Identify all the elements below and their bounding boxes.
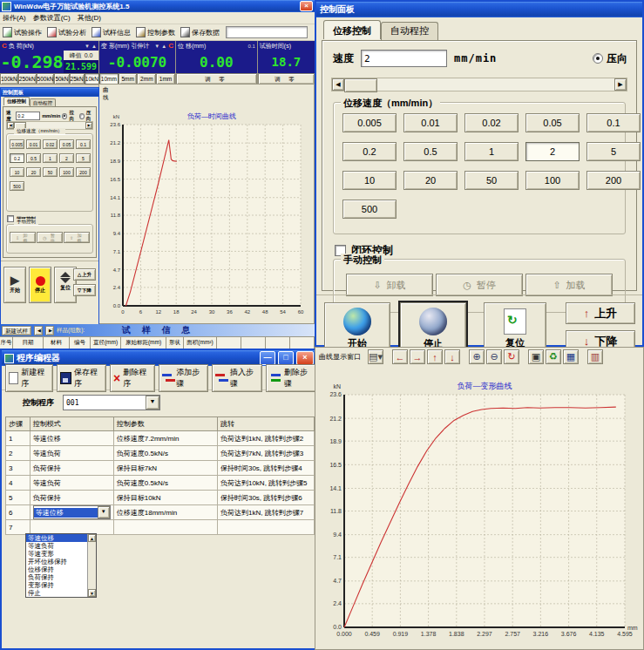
refresh-icon[interactable]: C: [2, 42, 7, 50]
dropdown-option[interactable]: 等速变形: [26, 550, 87, 558]
insert-step-button[interactable]: 插入步骤: [212, 364, 262, 392]
redraw-icon[interactable]: ♻: [546, 349, 561, 364]
speed-1-button[interactable]: 1: [43, 153, 58, 163]
refresh-icon[interactable]: C: [168, 42, 173, 50]
dropdown-option[interactable]: 等速位移: [26, 534, 87, 542]
mode-cell[interactable]: 等速位移: [30, 431, 113, 446]
speed-2-button[interactable]: 2: [525, 142, 580, 161]
load-button[interactable]: ⇧加载: [64, 232, 90, 243]
program-select-combobox[interactable]: 001 ▼: [63, 395, 160, 410]
direction-radio[interactable]: [593, 53, 603, 64]
scroll-left-icon[interactable]: ◀: [7, 122, 14, 129]
speed-10-button[interactable]: 10: [342, 171, 397, 190]
speed-50-button[interactable]: 50: [43, 167, 58, 177]
speed-100-button[interactable]: 100: [59, 167, 74, 177]
peak-up-icon[interactable]: ▲: [161, 44, 166, 49]
speed-100-button[interactable]: 100: [525, 171, 580, 190]
mini-down-button[interactable]: ▽ 下降: [73, 284, 96, 296]
next-specimen-icon[interactable]: ▶: [45, 326, 54, 335]
scroll-thumb[interactable]: [344, 78, 377, 92]
unload-button[interactable]: ⇩卸载: [346, 274, 433, 296]
peak-down-icon[interactable]: ▼: [154, 44, 159, 49]
dropdown-option[interactable]: 变形保持: [26, 581, 87, 589]
mode-cell[interactable]: 负荷保持: [30, 491, 113, 505]
speed-500-button[interactable]: 500: [10, 181, 24, 191]
speed-200-button[interactable]: 200: [586, 171, 641, 190]
tab-displacement-control[interactable]: 位移控制: [323, 20, 381, 39]
dropdown-option[interactable]: 等速负荷: [26, 542, 87, 550]
range-button-250kN[interactable]: 250kN: [18, 73, 37, 85]
scroll-down-icon[interactable]: ▼: [88, 589, 96, 597]
speed-10-button[interactable]: 10: [10, 167, 24, 177]
scroll-right-icon[interactable]: ▶: [614, 78, 627, 91]
menu-item[interactable]: 参数设置(C): [33, 13, 71, 23]
chart-mode-dropdown[interactable]: ▤▾: [368, 349, 383, 364]
mini-direction-press-radio[interactable]: [79, 113, 85, 119]
speed-0.2-button[interactable]: 0.2: [342, 142, 397, 161]
delete-program-button[interactable]: ×删除程序: [110, 364, 155, 392]
control-mode-combobox[interactable]: 等速位移▼: [33, 505, 111, 519]
speed-20-button[interactable]: 20: [403, 171, 458, 190]
toolbar-item[interactable]: 控制参数: [136, 27, 175, 37]
range-button-50kN[interactable]: 50kN: [54, 73, 69, 85]
scroll-right-icon[interactable]: ▶: [85, 122, 92, 129]
mode-cell[interactable]: 负荷保持: [30, 461, 113, 476]
chevron-down-icon[interactable]: ▼: [146, 396, 159, 410]
zoom-out-icon[interactable]: ⊖: [486, 349, 502, 364]
mini-closed-loop-checkbox[interactable]: [7, 215, 14, 222]
mini-speed-input[interactable]: [16, 112, 40, 120]
mini-up-button[interactable]: △ 上升: [73, 268, 96, 281]
mode-cell[interactable]: 等速负荷: [30, 446, 113, 461]
speed-0.5-button[interactable]: 0.5: [26, 153, 41, 163]
dropdown-option[interactable]: 位移保持: [26, 565, 87, 573]
pan-right-icon[interactable]: →: [410, 349, 425, 364]
speed-5-button[interactable]: 5: [76, 153, 91, 163]
speed-1-button[interactable]: 1: [464, 142, 519, 161]
speed-0.05-button[interactable]: 0.05: [59, 139, 74, 149]
range-button-100kN[interactable]: 100kN: [0, 73, 18, 85]
tab-auto-program[interactable]: 自动程控: [381, 22, 438, 41]
toolbar-item[interactable]: 试验操作: [3, 27, 42, 37]
remove-step-button[interactable]: 删除步骤: [266, 364, 316, 392]
display-icon[interactable]: ▣: [528, 349, 544, 364]
speed-50-button[interactable]: 50: [464, 171, 519, 190]
range-button-25kN[interactable]: 25kN: [70, 73, 85, 85]
report-icon[interactable]: ▥: [587, 349, 603, 364]
dropdown-option[interactable]: 开环位移保持: [26, 558, 87, 565]
prev-specimen-icon[interactable]: ◀: [34, 326, 43, 335]
peak-down-icon[interactable]: ▼: [85, 44, 90, 49]
menu-item[interactable]: 操作(A): [3, 13, 26, 23]
pan-left-icon[interactable]: ←: [392, 349, 408, 364]
range-button-10kN[interactable]: 10kN: [85, 73, 99, 85]
toolbar-item[interactable]: 试验分析: [47, 27, 86, 37]
speed-0.1-button[interactable]: 0.1: [586, 113, 641, 132]
pause-button[interactable]: ◷暂停: [436, 274, 523, 296]
up-button[interactable]: ↑ 上升: [566, 302, 635, 324]
close-icon[interactable]: ×: [300, 1, 313, 11]
pan-up-icon[interactable]: ↑: [427, 349, 443, 364]
pause-button[interactable]: ◷暂停: [37, 232, 63, 243]
speed-0.005-button[interactable]: 0.005: [10, 139, 24, 149]
save-program-button[interactable]: 保存程序: [57, 364, 106, 392]
toolbar-item[interactable]: 保存数据: [180, 27, 220, 37]
scroll-left-icon[interactable]: ◀: [332, 78, 344, 91]
save-image-icon[interactable]: ▦: [563, 349, 579, 364]
dropdown-option[interactable]: 负荷保持: [26, 573, 87, 581]
mini-stop-button[interactable]: 停止: [29, 267, 51, 303]
speed-20-button[interactable]: 20: [26, 167, 41, 177]
speed-input[interactable]: [361, 50, 447, 67]
toolbar-item[interactable]: 试样信息: [92, 27, 131, 37]
load-button[interactable]: ⇧加载: [525, 274, 613, 296]
add-step-button[interactable]: 添加步骤: [159, 364, 209, 392]
mini-tab-displacement-control[interactable]: 位移控制: [3, 97, 30, 105]
speed-0.1-button[interactable]: 0.1: [76, 139, 91, 149]
speed-scrollbar[interactable]: ◀ ▶: [331, 78, 627, 91]
pan-down-icon[interactable]: ↓: [444, 349, 460, 364]
zoom-in-icon[interactable]: ⊕: [469, 349, 485, 364]
unload-button[interactable]: ⇩卸载: [10, 232, 36, 243]
scroll-up-icon[interactable]: ▲: [88, 534, 96, 542]
speed-0.02-button[interactable]: 0.02: [464, 113, 519, 132]
mini-start-button[interactable]: ▶ 开始: [3, 267, 26, 303]
menu-item[interactable]: 其他(D): [78, 13, 101, 23]
mode-cell[interactable]: 等速负荷: [30, 476, 113, 491]
